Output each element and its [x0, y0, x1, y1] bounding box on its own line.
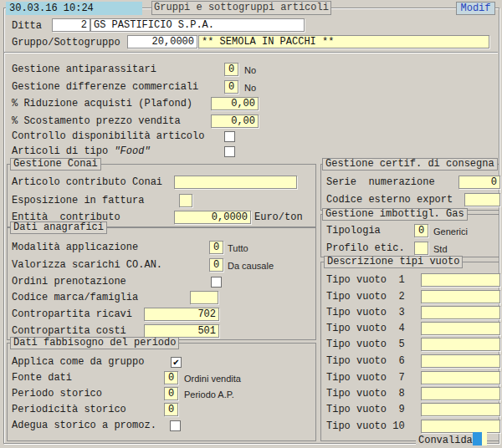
periodicita-field[interactable]: 0 [164, 403, 178, 416]
ditta-name-field[interactable]: GS PASTIFICIO S.P.A. [90, 18, 305, 32]
mode-badge[interactable]: Modif [456, 2, 495, 15]
periodo-desc: Periodo A.P. [184, 388, 234, 401]
export-field[interactable] [464, 193, 500, 206]
controllo-label: Controllo disponibilità articolo [12, 130, 204, 143]
tipo-vuoto-8-field[interactable] [421, 387, 500, 400]
food-label: Articoli di tipo "Food" [12, 145, 151, 158]
costi-field[interactable]: 501 [144, 324, 219, 338]
ricavi-label: Contropartita ricavi [12, 308, 132, 321]
convalida-prompt[interactable]: Convalida [416, 435, 475, 446]
valorizza-label: Valorizza scarichi CO.AN. [12, 258, 162, 272]
app-window: 30.03.16 10:24 Gruppi e sottogruppi arti… [0, 0, 502, 448]
ditta-label: Ditta [12, 19, 42, 33]
costi-label: Contropartita costi [12, 324, 126, 338]
differenze-desc: No [244, 81, 256, 94]
profilo-desc: Std [433, 242, 448, 256]
certificati-title: Gestione certif. di consegna [322, 158, 498, 171]
tipo-vuoto-4-field[interactable] [421, 322, 500, 335]
conai-entita-unit: Euro/ton [254, 211, 303, 224]
riduzione-field[interactable]: 0,00 [211, 97, 259, 110]
valorizza-desc: Da causale [228, 259, 274, 272]
conai-entita-field[interactable]: 0,0000 [174, 211, 251, 224]
periodo-field[interactable]: 0 [164, 387, 178, 400]
tipo-vuoto-9-field[interactable] [421, 403, 500, 416]
serie-field[interactable]: 0 [458, 176, 500, 189]
adegua-label: Adegua storico a promoz. [12, 419, 156, 432]
tipologia-label: Tipologia [326, 224, 381, 237]
profilo-field[interactable] [414, 242, 428, 255]
profilo-label: Profilo etic. [326, 242, 405, 255]
tipo-vuoto-9-label: Tipo vuoto 9 [326, 403, 405, 416]
conai-articolo-field[interactable] [174, 176, 297, 189]
marca-label: Codice marca/famiglia [12, 291, 138, 304]
scostamento-field[interactable]: 0,00 [211, 115, 259, 128]
tipo-vuoto-6-label: Tipo vuoto 6 [326, 354, 405, 368]
datetime-display: 30.03.16 10:24 [6, 2, 142, 15]
periodicita-label: Periodicità storico [12, 403, 126, 416]
conai-articolo-label: Articolo contributo Conai [12, 176, 162, 189]
anagrafici-title: Dati anagrafici [10, 221, 107, 234]
tipo-vuoto-8-label: Tipo vuoto 8 [326, 387, 405, 400]
ordini-checkbox[interactable] [211, 277, 222, 288]
adegua-checkbox[interactable] [170, 420, 181, 431]
tipo-vuoto-2-label: Tipo vuoto 2 [326, 290, 405, 303]
conai-esposizione-label: Esposizione in fattura [12, 194, 144, 207]
tipo-vuoto-3-field[interactable] [421, 306, 500, 319]
tipo-vuoto-1-field[interactable] [421, 273, 500, 287]
applica-checkbox[interactable] [171, 357, 182, 368]
marca-field[interactable] [190, 291, 218, 304]
tipo-vuoto-3-label: Tipo vuoto 3 [326, 306, 405, 319]
controllo-checkbox[interactable] [224, 131, 235, 142]
tipologia-field[interactable]: 0 [414, 224, 428, 237]
fonte-desc: Ordini vendita [184, 372, 241, 385]
ditta-code-field[interactable]: 2 [52, 18, 90, 32]
tipo-vuoto-7-field[interactable] [421, 371, 500, 384]
tipi-vuoto-title: Descrizione tipi vuoto [324, 256, 463, 268]
scostamento-label: % Scostamento prezzo vendita [12, 115, 181, 128]
antiparassitari-label: Gestione antiparassitari [12, 63, 156, 76]
serie-label: Serie numerazione [326, 176, 435, 189]
modalita-field[interactable]: 0 [209, 241, 223, 254]
tipo-vuoto-5-field[interactable] [421, 338, 500, 351]
tipo-vuoto-10-label: Tipo vuoto 10 [326, 420, 405, 433]
tipo-vuoto-7-label: Tipo vuoto 7 [326, 371, 405, 384]
tipologia-desc: Generici [433, 225, 468, 238]
fabbisogno-title: Dati fabbisogno del periodo [10, 337, 179, 349]
periodo-label: Periodo storico [12, 387, 102, 400]
riduzione-label: % Riduzione acquisti (Plafond) [12, 97, 192, 110]
gruppo-label: Gruppo/Sottogruppo [12, 36, 120, 49]
antiparassitari-field[interactable]: 0 [224, 63, 238, 76]
fonte-field[interactable]: 0 [164, 371, 178, 384]
header-divider [4, 52, 498, 53]
page-title: Gruppi e sottogruppi articoli [151, 1, 331, 15]
conai-title: Gestione Conai [10, 158, 101, 171]
food-label-italic: "Food" [114, 145, 150, 157]
cursor-field-remainder [482, 432, 487, 445]
antiparassitari-desc: No [244, 64, 256, 77]
conai-esposizione-field[interactable] [179, 194, 192, 207]
tipo-vuoto-1-label: Tipo vuoto 1 [326, 273, 405, 287]
ordini-label: Ordini prenotazione [12, 275, 126, 288]
tipo-vuoto-4-label: Tipo vuoto 4 [326, 322, 405, 335]
ricavi-field[interactable]: 702 [144, 308, 219, 321]
modalita-desc: Tutto [228, 242, 248, 255]
export-label: Codice esterno export [326, 193, 453, 206]
tipo-vuoto-5-label: Tipo vuoto 5 [326, 338, 405, 351]
tipo-vuoto-2-field[interactable] [421, 290, 500, 303]
differenze-field[interactable]: 0 [224, 80, 238, 94]
gruppo-code-field[interactable]: 20,0000 [127, 35, 197, 48]
fonte-label: Fonte dati [12, 371, 72, 384]
tipo-vuoto-6-field[interactable] [421, 354, 500, 368]
modalita-label: Modalità applicazione [12, 241, 138, 254]
text-cursor[interactable] [473, 432, 482, 445]
applica-label: Applica come da gruppo [12, 355, 144, 369]
gruppo-name-field[interactable]: ** SEMOLA IN PACCHI ** [198, 35, 489, 48]
gas-title: Gestione imbottigl. Gas [322, 208, 468, 221]
tipo-vuoto-10-field[interactable] [421, 420, 500, 433]
valorizza-field[interactable]: 0 [209, 258, 223, 272]
differenze-label: Gestione differenze commerciali [12, 80, 198, 94]
food-checkbox[interactable] [224, 146, 235, 157]
food-label-plain: Articoli di tipo [12, 145, 114, 157]
